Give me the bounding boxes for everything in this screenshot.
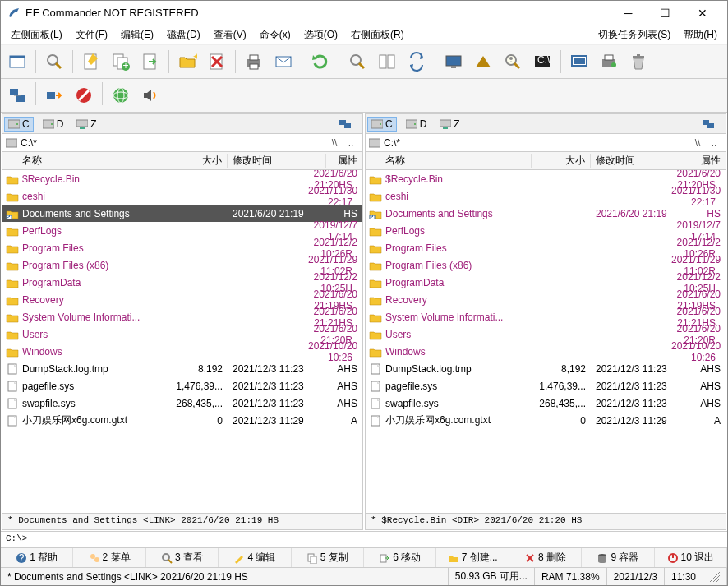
file-row[interactable]: Windows2021/10/20 10:26 (366, 343, 726, 360)
file-name: Users (22, 329, 303, 340)
tb-mail-icon[interactable] (270, 48, 297, 75)
col-attr[interactable]: 属性 (326, 154, 362, 168)
menu-help[interactable]: 帮助(H) (677, 25, 724, 44)
menu-file[interactable]: 文件(F) (69, 25, 114, 44)
file-row[interactable]: DumpStack.log.tmp8,1922021/12/3 11:23AHS (2, 360, 362, 377)
tb-terminal-icon[interactable]: C:\ (529, 48, 555, 75)
fkey-f6[interactable]: 6 移动 (364, 548, 436, 567)
menu-edit[interactable]: 编辑(E) (114, 25, 160, 44)
tb-zoom-user-icon[interactable] (500, 48, 526, 75)
fkey-f1[interactable]: ?1 帮助 (1, 548, 73, 567)
left-drive-z[interactable]: Z (72, 117, 100, 132)
menu-bar: 左侧面板(L) 文件(F) 编辑(E) 磁盘(D) 查看(V) 命令(x) 选项… (1, 25, 727, 45)
command-line[interactable]: C:\> (1, 531, 727, 547)
tb-delete-icon[interactable] (204, 48, 230, 75)
tb-find-icon[interactable] (344, 48, 371, 75)
status-resize-grip[interactable] (703, 568, 727, 585)
col-size[interactable]: 大小 (532, 154, 591, 168)
file-name: Program Files (385, 242, 666, 254)
col-size[interactable]: 大小 (168, 154, 228, 168)
file-row[interactable]: Windows2021/10/20 10:26 (2, 343, 362, 360)
file-date: 2021/12/3 11:23 (591, 381, 689, 392)
title-bar: EF Commander NOT REGISTERED ─ ☐ ✕ (1, 1, 727, 25)
fkey-f7[interactable]: 7 创建... (436, 548, 509, 567)
col-modified[interactable]: 修改时间 (591, 154, 689, 168)
file-row[interactable]: swapfile.sys268,435,...2021/12/3 11:23AH… (2, 395, 362, 412)
tb-screen-icon[interactable] (566, 48, 592, 75)
tb-trash-icon[interactable] (625, 48, 652, 75)
close-button[interactable]: ✕ (684, 2, 721, 25)
file-row[interactable]: DumpStack.log.tmp8,1922021/12/3 11:23AHS (366, 360, 726, 377)
delete-icon (524, 552, 536, 564)
svg-point-62 (414, 123, 416, 125)
menu-disk[interactable]: 磁盘(D) (160, 25, 207, 44)
fkey-f8[interactable]: 8 删除 (509, 548, 582, 567)
left-path-up[interactable]: .. (343, 137, 359, 149)
menu-right-panel[interactable]: 右侧面板(R) (344, 25, 411, 44)
tb-desktop-icon[interactable] (440, 48, 467, 75)
right-path-root[interactable]: \\ (689, 137, 706, 149)
col-name[interactable]: 名称 (366, 154, 532, 168)
menu-options[interactable]: 选项(O) (297, 25, 344, 44)
tb-print-icon[interactable] (241, 48, 267, 75)
menu-view[interactable]: 查看(V) (207, 25, 253, 44)
tb-new-icon[interactable] (4, 48, 30, 75)
tb-refresh-icon[interactable] (307, 48, 334, 75)
tb-print2-icon[interactable] (596, 48, 622, 75)
tb-search-icon[interactable] (41, 48, 67, 75)
menu-left-panel[interactable]: 左侧面板(L) (4, 25, 69, 44)
file-name: DumpStack.log.tmp (22, 363, 168, 375)
left-drive-net[interactable] (334, 117, 356, 132)
col-name[interactable]: 名称 (2, 154, 168, 168)
left-drive-d[interactable]: D (39, 117, 68, 132)
file-row[interactable]: swapfile.sys268,435,...2021/12/3 11:23AH… (366, 395, 726, 412)
file-date: 2021/11/30 22:17 (303, 185, 357, 208)
right-drive-c[interactable]: C (367, 117, 397, 132)
tb2-network-icon[interactable] (4, 82, 30, 108)
tb2-connect-icon[interactable] (41, 82, 67, 108)
tb2-sound-icon[interactable] (137, 82, 164, 108)
right-drive-net[interactable] (698, 117, 719, 132)
right-path-bar[interactable]: C:\* \\ .. (366, 134, 726, 152)
file-row[interactable]: 小刀娱乐网x6g.com.gtxt02021/12/3 11:29A (2, 412, 362, 429)
fkey-f10[interactable]: 10 退出 (655, 548, 727, 567)
fkey-f3[interactable]: 3 查看 (146, 548, 219, 567)
menu-switch-task[interactable]: 切换任务列表(S) (592, 25, 677, 44)
file-row[interactable]: ceshi2021/11/30 22:17 (2, 187, 362, 205)
fkey-f4[interactable]: 4 编辑 (219, 548, 291, 567)
tb-sync-icon[interactable] (403, 48, 430, 75)
svg-point-75 (90, 554, 95, 559)
tb-pyramid-icon[interactable] (470, 48, 496, 75)
right-drive-z[interactable]: Z (435, 117, 463, 132)
fkey-f2[interactable]: 2 菜单 (73, 548, 145, 567)
right-path-up[interactable]: .. (706, 137, 722, 149)
col-attr[interactable]: 属性 (689, 154, 726, 168)
file-row[interactable]: 小刀娱乐网x6g.com.gtxt02021/12/3 11:29A (366, 412, 726, 429)
file-row[interactable]: pagefile.sys1,476,39...2021/12/3 11:23AH… (366, 377, 726, 395)
left-path-bar[interactable]: C:\* \\ .. (2, 134, 362, 152)
maximize-button[interactable]: ☐ (647, 2, 684, 25)
tb-edit-icon[interactable] (78, 48, 104, 75)
tb-compare-icon[interactable] (374, 48, 400, 75)
left-path-root[interactable]: \\ (326, 137, 343, 149)
tb-move-icon[interactable] (137, 48, 164, 75)
left-file-list[interactable]: $Recycle.Bin2021/6/20 21:20HSceshi2021/1… (2, 170, 362, 513)
right-drive-d[interactable]: D (402, 117, 431, 132)
tb2-globe-icon[interactable] (108, 82, 134, 108)
folder-icon (369, 346, 382, 358)
file-row[interactable]: ceshi2021/11/30 22:17 (366, 187, 726, 205)
col-modified[interactable]: 修改时间 (228, 154, 326, 168)
file-row[interactable]: pagefile.sys1,476,39...2021/12/3 11:23AH… (2, 377, 362, 395)
left-drive-c[interactable]: C (4, 117, 34, 132)
tb2-block-icon[interactable] (71, 82, 97, 108)
fkey-f9[interactable]: 9 容器 (582, 548, 654, 567)
fkey-f5[interactable]: 5 复制 (292, 548, 364, 567)
netdrive-icon (440, 119, 451, 129)
left-panel: C D Z C:\* \\ .. 名称 大小 修改时间 属性 $Recycle.… (2, 113, 363, 530)
menu-command[interactable]: 命令(x) (253, 25, 297, 44)
right-file-list[interactable]: $Recycle.Bin2021/6/20 21:20HSceshi2021/1… (366, 170, 726, 513)
file-attr: AHS (326, 398, 362, 409)
minimize-button[interactable]: ─ (610, 2, 647, 25)
tb-copy-icon[interactable]: + (108, 48, 134, 75)
tb-folder-new-icon[interactable]: ✦ (174, 48, 200, 75)
